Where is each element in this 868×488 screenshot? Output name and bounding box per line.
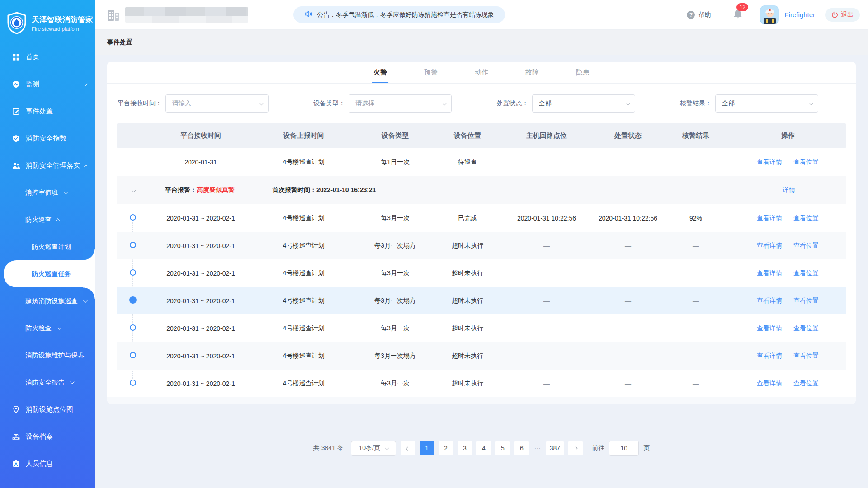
table-row[interactable]: 2020-01-314号楼巡查计划每1日一次待巡查———查看详情查看位置: [117, 148, 846, 176]
table-row[interactable]: 2020-01-31 ~ 2020-02-14号楼巡查计划每3月一次超时未执行—…: [117, 370, 846, 397]
column-header-核警结果: 核警结果: [662, 131, 730, 140]
breadcrumb-strip: 事件处置: [95, 30, 868, 55]
filter-select[interactable]: 请输入: [165, 94, 269, 113]
sidebar-item-事件处置[interactable]: 事件处置: [0, 98, 95, 125]
pagination-ellipsis[interactable]: ···: [533, 445, 542, 452]
page-button-387[interactable]: 387: [546, 441, 564, 455]
table-row[interactable]: 2020-01-31 ~ 2020-02-14号楼巡查计划每3月一次塌方超时未执…: [117, 287, 846, 314]
sidebar-item-消防设施点位图[interactable]: 消防设施点位图: [0, 396, 95, 423]
prev-page-button[interactable]: [401, 441, 415, 455]
cell-device-report-time: 4号楼巡查计划: [253, 214, 354, 222]
tab-故障[interactable]: 故障: [507, 62, 557, 83]
view-location-link[interactable]: 查看位置: [793, 352, 819, 360]
column-header-设备位置: 设备位置: [436, 131, 499, 140]
column-header-设备类型: 设备类型: [354, 131, 436, 140]
sidebar-nav: 首页监测事件处置消防安全指数消防安全管理落实消控室值班防火巡查防火巡查计划防火巡…: [0, 43, 95, 477]
page-button-3[interactable]: 3: [458, 441, 472, 455]
jump-page-input[interactable]: [609, 441, 639, 456]
page-jump: 前往页: [592, 441, 650, 456]
tab-预警[interactable]: 预警: [406, 62, 456, 83]
filter-label: 设备类型：: [313, 99, 345, 108]
sidebar-item-防火巡查任务[interactable]: 防火巡查任务: [4, 260, 95, 287]
view-location-link[interactable]: 查看位置: [793, 269, 819, 277]
page-button-1[interactable]: 1: [420, 441, 434, 455]
filter-select[interactable]: 全部: [715, 94, 818, 113]
sidebar-item-首页[interactable]: 首页: [0, 43, 95, 70]
sidebar-item-消防安全报告[interactable]: 消防安全报告: [0, 369, 95, 396]
username[interactable]: Firefighter: [784, 11, 815, 19]
view-detail-link[interactable]: 查看详情: [757, 242, 782, 250]
table-row[interactable]: 2020-01-31 ~ 2020-02-14号楼巡查计划每3月一次超时未执行—…: [117, 314, 846, 342]
sidebar-item-消控室值班[interactable]: 消控室值班: [0, 179, 95, 206]
sidebar-item-防火检查[interactable]: 防火检查: [0, 314, 95, 342]
logout-button[interactable]: 退出: [825, 8, 860, 22]
sidebar-item-监测[interactable]: 监测: [0, 70, 95, 98]
filter-select[interactable]: 全部: [532, 94, 635, 113]
notifications-button[interactable]: 12: [733, 9, 743, 21]
filter-bar: 平台接收时间：请输入设备类型：请选择处置状态：全部核警结果：全部: [107, 84, 856, 123]
sidebar-item-label: 消防安全报告: [25, 378, 65, 387]
avatar[interactable]: [760, 5, 779, 24]
row-actions: 查看详情查看位置: [730, 297, 846, 305]
view-detail-link[interactable]: 查看详情: [757, 297, 782, 305]
sidebar-item-防火巡查计划[interactable]: 防火巡查计划: [0, 233, 95, 260]
sidebar-item-消防安全指数[interactable]: 消防安全指数: [0, 125, 95, 152]
table-row[interactable]: 2020-01-31 ~ 2020-02-14号楼巡查计划每3月一次已完成202…: [117, 204, 846, 232]
view-location-link[interactable]: 查看位置: [793, 242, 819, 250]
sidebar-item-防火巡查[interactable]: 防火巡查: [0, 206, 95, 233]
logo-shield-flame-icon: [6, 12, 27, 34]
view-location-link[interactable]: 查看位置: [793, 214, 819, 222]
table-row[interactable]: 2020-01-31 ~ 2020-02-14号楼巡查计划每3月一次塌方超时未执…: [117, 232, 846, 259]
sidebar-item-label: 防火巡查: [25, 216, 52, 224]
filter-select[interactable]: 请选择: [349, 94, 452, 113]
sidebar-item-设备档案[interactable]: 设备档案: [0, 423, 95, 450]
page-button-2[interactable]: 2: [439, 441, 453, 455]
page-button-5[interactable]: 5: [495, 441, 510, 455]
sidebar-item-建筑消防设施巡查[interactable]: 建筑消防设施巡查: [0, 287, 95, 314]
radio-dot[interactable]: [130, 380, 136, 386]
radio-dot[interactable]: [130, 269, 136, 276]
page-size-select[interactable]: 10条/页: [351, 441, 396, 456]
cell-platform-time: 2020-01-31: [149, 159, 253, 166]
view-detail-link[interactable]: 查看详情: [757, 352, 782, 360]
platform-alarm-row: 平台报警：高度疑似真警首次报警时间：2022-01-10 16:23:21详情: [117, 176, 846, 204]
cell-device-location: 超时未执行: [436, 380, 499, 388]
home-icon: [12, 53, 20, 61]
selected-radio-dot[interactable]: [129, 296, 137, 304]
radio-dot[interactable]: [130, 352, 136, 358]
sidebar-item-消防设施维护与保养[interactable]: 消防设施维护与保养: [0, 342, 95, 369]
sidebar-item-消防安全管理落实[interactable]: 消防安全管理落实: [0, 152, 95, 179]
table-row[interactable]: 2020-01-31 ~ 2020-02-14号楼巡查计划每3月一次超时未执行—…: [117, 259, 846, 287]
view-detail-link[interactable]: 查看详情: [757, 380, 782, 388]
next-page-button[interactable]: [568, 441, 583, 455]
radio-dot[interactable]: [130, 324, 136, 331]
view-detail-link[interactable]: 查看详情: [757, 269, 782, 277]
view-detail-link[interactable]: 查看详情: [757, 214, 782, 222]
sidebar-item-人员信息[interactable]: 人员信息: [0, 450, 95, 477]
cell-verify-result: —: [662, 159, 730, 166]
alarm-detail-link[interactable]: 详情: [783, 186, 795, 194]
page-button-6[interactable]: 6: [514, 441, 529, 455]
filter-label: 处置状态：: [497, 99, 528, 108]
view-location-link[interactable]: 查看位置: [793, 158, 819, 166]
page-button-4[interactable]: 4: [476, 441, 491, 455]
view-detail-link[interactable]: 查看详情: [757, 158, 782, 166]
radio-dot[interactable]: [130, 242, 136, 248]
alarm-table: 平台接收时间设备上报时间设备类型设备位置主机回路点位处置状态核警结果操作 202…: [117, 123, 846, 397]
cell-host-point: —: [499, 159, 594, 166]
tab-隐患[interactable]: 隐患: [557, 62, 608, 83]
radio-dot[interactable]: [130, 214, 136, 221]
help-button[interactable]: ? 帮助: [687, 11, 711, 19]
view-detail-link[interactable]: 查看详情: [757, 324, 782, 333]
view-location-link[interactable]: 查看位置: [793, 297, 819, 305]
people-icon: [12, 161, 20, 170]
cell-device-report-time: 4号楼巡查计划: [253, 269, 354, 277]
cell-device-type: 每3月一次: [354, 380, 436, 388]
view-location-link[interactable]: 查看位置: [793, 324, 819, 333]
view-location-link[interactable]: 查看位置: [793, 380, 819, 388]
tab-火警[interactable]: 火警: [355, 62, 406, 83]
edit-icon: [12, 107, 20, 116]
table-row[interactable]: 2020-01-31 ~ 2020-02-14号楼巡查计划每3月一次塌方超时未执…: [117, 342, 846, 370]
expand-row-button[interactable]: [117, 187, 149, 194]
tab-动作[interactable]: 动作: [456, 62, 507, 83]
